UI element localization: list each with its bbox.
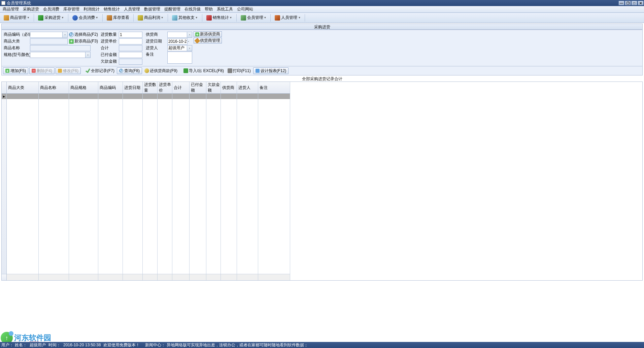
supplier-mgmt-label: 供货商管理 xyxy=(200,38,220,43)
toolbar-separator xyxy=(68,14,68,22)
close-button[interactable]: ✕ xyxy=(638,1,644,5)
toolbar-label: 采购进货 xyxy=(44,15,61,21)
menu-item-3[interactable]: 库存管理 xyxy=(61,6,81,13)
minimize-button[interactable]: — xyxy=(618,1,624,5)
column-header[interactable]: 商品编码 xyxy=(98,82,123,94)
i-cart-icon xyxy=(38,15,43,21)
calendar-icon[interactable] xyxy=(188,41,189,42)
new-product-button[interactable]: + 新添商品(F3) xyxy=(68,38,99,44)
spec-label: 规格(型号颜色) xyxy=(4,52,30,58)
toolbar-8[interactable]: 人员管理▼ xyxy=(272,13,303,22)
owed-label: 欠款金额 xyxy=(101,59,119,64)
toolbar-4[interactable]: 商品利润▼ xyxy=(135,13,166,22)
purchase-grid: 商品大类商品名称商品规格商品编码进货日期进货数量进货单价合计已付金额欠款金额供货… xyxy=(1,82,643,281)
window-title: 会员管理系统 xyxy=(7,0,618,6)
delete-icon: − xyxy=(32,69,36,73)
menubar: 商品管理采购进货会员消费库存管理利润统计销售统计人员管理数据管理提醒管理在线升级… xyxy=(0,6,644,13)
row-marker: ▸ xyxy=(2,94,6,99)
query-button[interactable]: 查询(F8) xyxy=(117,67,142,74)
repay-button[interactable]: 还供货商款(F9) xyxy=(143,68,179,74)
column-header[interactable]: 合计 xyxy=(172,82,190,94)
maximize-button[interactable]: □ xyxy=(631,1,637,5)
buyer-label: 进货人 xyxy=(146,45,167,51)
design-report-button[interactable]: 设计报表(F12) xyxy=(253,67,289,74)
supplier-dropdown[interactable]: ◦ xyxy=(187,32,192,38)
column-header[interactable]: 欠款金额 xyxy=(206,82,221,94)
check-icon xyxy=(86,68,90,73)
menu-item-12[interactable]: 公司网站 xyxy=(235,6,255,13)
toolbar-5[interactable]: 其他收支▼ xyxy=(170,13,200,22)
paid-input[interactable] xyxy=(119,52,142,58)
menu-item-5[interactable]: 销售统计 xyxy=(102,6,122,13)
toolbar-2[interactable]: 会员消费▼ xyxy=(70,13,101,22)
category-input xyxy=(30,38,68,44)
unit-price-input[interactable] xyxy=(119,38,142,44)
chevron-down-icon: ▼ xyxy=(230,16,232,19)
column-header[interactable]: 商品名称 xyxy=(38,82,69,94)
buyer-dropdown[interactable]: ◦ xyxy=(187,45,192,51)
toolbar-label: 会员消费 xyxy=(79,15,95,21)
menu-item-6[interactable]: 人员管理 xyxy=(122,6,142,13)
window-titlebar: 会员管理系统 — ❐ □ ✕ xyxy=(0,0,644,6)
menu-item-2[interactable]: 会员消费 xyxy=(41,6,61,13)
supplier-mgmt-button[interactable]: 供货商管理 xyxy=(194,38,222,43)
menu-item-4[interactable]: 利润统计 xyxy=(81,6,102,13)
toolbar-6[interactable]: 销售统计▼ xyxy=(204,13,235,22)
excel-icon xyxy=(183,68,188,73)
toolbar-label: 商品管理 xyxy=(10,15,26,21)
product-code-input[interactable] xyxy=(30,32,62,38)
category-label: 商品大类 xyxy=(4,38,30,44)
print-button[interactable]: 打印(F11) xyxy=(226,68,252,74)
supplier-input[interactable] xyxy=(167,32,187,38)
spec-input[interactable] xyxy=(30,52,85,58)
toolbar-separator xyxy=(34,14,34,22)
menu-item-10[interactable]: 帮助 xyxy=(203,6,215,13)
add-button[interactable]: +增加(F5) xyxy=(3,67,28,74)
restore-button[interactable]: ❐ xyxy=(625,1,631,5)
add-supplier-label: 新添供货商 xyxy=(200,31,220,37)
column-header[interactable]: 商品大类 xyxy=(6,82,38,94)
menu-item-9[interactable]: 在线升级 xyxy=(182,6,203,13)
date-input[interactable] xyxy=(167,38,188,44)
menu-item-1[interactable]: 采购进货 xyxy=(21,6,41,13)
toolbar-3[interactable]: 库存查看 xyxy=(104,13,132,22)
column-header[interactable]: 商品规格 xyxy=(69,82,98,94)
select-product-button[interactable]: 选择商品(F2) xyxy=(68,32,99,37)
toolbar-1[interactable]: 采购进货▼ xyxy=(36,13,66,22)
i-profit-icon xyxy=(138,15,143,21)
plus-icon: + xyxy=(5,69,9,73)
toolbar-separator xyxy=(236,14,237,22)
product-code-dropdown[interactable]: ◦ xyxy=(62,32,68,38)
menu-item-0[interactable]: 商品管理 xyxy=(1,6,21,13)
name-input xyxy=(30,45,91,51)
column-header[interactable]: 进货人 xyxy=(237,82,258,94)
toolbar-0[interactable]: 商品管理▼ xyxy=(1,13,32,22)
qty-input[interactable] xyxy=(119,32,142,38)
delete-button[interactable]: −删除(F4) xyxy=(29,67,55,74)
all-records-button[interactable]: 全部记录(F7) xyxy=(84,68,116,74)
column-header[interactable]: 备注 xyxy=(258,82,290,94)
spec-dropdown[interactable]: ◦ xyxy=(85,52,91,58)
excel-button[interactable]: 导入/出 EXCEL(F8) xyxy=(182,68,225,74)
column-header[interactable]: 供货商 xyxy=(221,82,237,94)
column-header[interactable]: 进货数量 xyxy=(142,82,157,94)
note-input[interactable] xyxy=(167,52,192,64)
modify-button[interactable]: 修改(F6) xyxy=(56,67,81,74)
toolbar-7[interactable]: 会员管理▼ xyxy=(238,13,269,22)
table-row[interactable]: ▸ xyxy=(2,94,290,99)
toolbar-label: 其他收支 xyxy=(178,15,195,21)
toolbar-label: 人员管理 xyxy=(281,15,297,21)
column-header[interactable]: 进货日期 xyxy=(123,82,143,94)
column-header[interactable]: 已付金额 xyxy=(189,82,206,94)
i-other-icon xyxy=(172,15,177,21)
main-toolbar: 商品管理▼采购进货▼会员消费▼库存查看商品利润▼其他收支▼销售统计▼会员管理▼人… xyxy=(0,13,644,23)
column-header[interactable]: 进货单价 xyxy=(158,82,172,94)
buyer-input[interactable] xyxy=(167,45,187,51)
add-supplier-button[interactable]: + 新添供货商 xyxy=(194,31,222,37)
money-icon xyxy=(144,68,149,73)
menu-item-8[interactable]: 提醒管理 xyxy=(162,6,182,13)
chevron-down-icon: ▼ xyxy=(298,16,301,19)
grid-footer xyxy=(2,274,290,280)
menu-item-7[interactable]: 数据管理 xyxy=(142,6,162,13)
menu-item-11[interactable]: 系统工具 xyxy=(215,6,235,13)
